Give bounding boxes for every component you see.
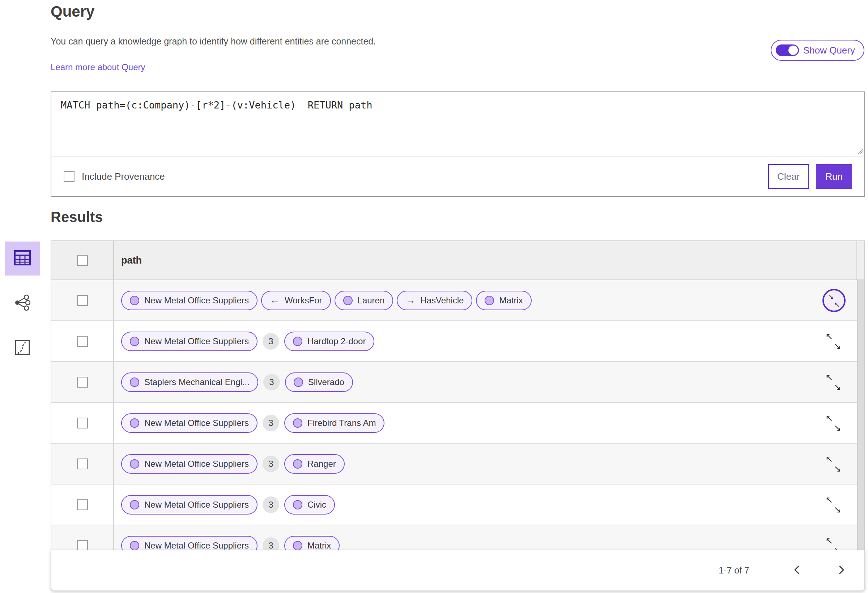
row-checkbox[interactable] [77,336,88,347]
include-provenance-checkbox[interactable] [63,171,74,182]
relationship-pill[interactable]: →HasVehicle [397,291,472,310]
row-checkbox-cell [52,321,114,361]
row-checkbox[interactable] [77,417,88,428]
expand-arrows-icon: ↖ [825,331,833,342]
collapse-row-button[interactable]: ↘↖ [822,289,846,312]
entity-node-icon [130,296,139,305]
expand-row-button[interactable]: ↖↘ [825,537,842,550]
scroll-gutter-header [856,241,864,279]
results-view-rail [5,242,40,365]
row-checkbox-cell [52,403,114,443]
path-cell: New Metal Office Suppliers3Ranger [114,454,864,474]
path-cell: New Metal Office Suppliers3Civic [114,495,864,515]
collapsed-hops-count-badge[interactable]: 3 [263,374,280,391]
entity-label: Hardtop 2-door [307,336,366,347]
entity-label: New Metal Office Suppliers [144,500,249,510]
toggle-on-icon[interactable] [776,44,799,56]
map-view-button[interactable] [5,331,40,365]
table-row: Staplers Mechanical Engi...3Silverado↖↘ [52,362,864,403]
entity-pill[interactable]: New Metal Office Suppliers [121,291,257,310]
next-page-button[interactable] [833,563,849,578]
relationship-pill[interactable]: ←WorksFor [261,291,331,310]
path-cell: New Metal Office Suppliers3Hardtop 2-doo… [114,332,864,351]
expand-arrows-icon: ↘ [834,545,841,550]
entity-label: New Metal Office Suppliers [144,295,249,305]
table-row: New Metal Office Suppliers3Matrix↖↘ [52,525,864,550]
query-input[interactable]: MATCH path=(c:Company)-[r*2]-(v:Vehicle)… [52,92,864,156]
entity-pill[interactable]: Silverado [285,372,353,392]
run-button[interactable]: Run [816,164,852,189]
link-chart-view-icon [14,294,31,313]
entity-pill[interactable]: New Metal Office Suppliers [121,454,257,474]
collapsed-hops-count-badge[interactable]: 3 [263,333,279,350]
show-query-toggle[interactable]: Show Query [771,40,864,61]
entity-label: New Metal Office Suppliers [144,336,249,347]
entity-label: New Metal Office Suppliers [144,459,249,469]
entity-pill[interactable]: Matrix [284,536,340,550]
collapsed-hops-count-badge[interactable]: 3 [263,496,279,513]
entity-pill[interactable]: Matrix [476,291,531,310]
entity-pill[interactable]: Firebird Trans Am [284,413,384,433]
clear-button[interactable]: Clear [768,164,809,189]
entity-pill[interactable]: Ranger [284,454,345,474]
table-row: New Metal Office Suppliers3Hardtop 2-doo… [52,321,864,362]
row-checkbox-cell [52,280,114,320]
select-all-checkbox[interactable] [77,255,88,266]
entity-node-icon [293,541,303,550]
expand-row-button[interactable]: ↖↘ [825,455,842,473]
expand-arrows-icon: ↘ [834,423,841,433]
entity-pill[interactable]: New Metal Office Suppliers [121,536,257,550]
expand-arrows-icon: ↖ [825,495,833,505]
expand-row-button[interactable]: ↖↘ [825,333,842,350]
query-panel: MATCH path=(c:Company)-[r*2]-(v:Vehicle)… [51,91,865,197]
entity-pill[interactable]: Civic [284,495,335,515]
expand-arrows-icon: ↖ [825,372,833,382]
row-checkbox[interactable] [77,499,88,510]
entity-label: Ranger [307,459,336,469]
entity-node-icon [130,541,139,550]
expand-row-button[interactable]: ↖↘ [825,496,842,513]
entity-label: Matrix [307,541,331,550]
collapsed-hops-count-badge[interactable]: 3 [263,537,279,550]
map-view-icon [15,339,30,357]
entity-label: New Metal Office Suppliers [144,418,249,428]
expand-row-button[interactable]: ↖↘ [825,415,842,432]
table-row: New Metal Office Suppliers3Ranger↖↘ [52,444,864,485]
entity-node-icon [293,459,303,469]
row-checkbox-cell [52,485,114,525]
table-row: New Metal Office Suppliers←WorksForLaure… [52,280,864,321]
path-cell: Staplers Mechanical Engi...3Silverado [114,372,864,392]
entity-node-icon [130,459,139,469]
entity-pill[interactable]: Staplers Mechanical Engi... [121,372,258,392]
entity-node-icon [343,296,353,305]
entity-pill[interactable]: New Metal Office Suppliers [121,332,257,351]
collapsed-hops-count-badge[interactable]: 3 [263,456,279,472]
page-description: You can query a knowledge graph to ident… [51,36,376,47]
results-title: Results [51,209,103,225]
entity-node-icon [130,418,139,428]
row-checkbox[interactable] [77,295,88,306]
entity-pill[interactable]: New Metal Office Suppliers [121,495,257,515]
link-chart-view-button[interactable] [5,286,40,320]
pagination-bar: 1-7 of 7 [51,550,865,591]
entity-pill[interactable]: Lauren [335,291,394,310]
expand-arrows-icon: ↖ [825,535,833,546]
collapsed-hops-count-badge[interactable]: 3 [263,415,279,431]
entity-pill[interactable]: New Metal Office Suppliers [121,413,257,433]
entity-pill[interactable]: Hardtop 2-door [284,332,374,351]
row-checkbox[interactable] [77,459,88,469]
table-view-button[interactable] [5,242,40,276]
show-query-label: Show Query [803,45,855,56]
collapse-arrows-icon: ↘ [828,292,834,301]
row-checkbox[interactable] [77,377,88,388]
expand-row-button[interactable]: ↖↘ [825,373,842,391]
row-checkbox[interactable] [77,540,88,550]
expand-arrows-icon: ↘ [834,504,841,515]
table-row: New Metal Office Suppliers3Firebird Tran… [52,403,864,444]
expand-arrows-icon: ↖ [825,454,833,464]
table-view-icon [14,250,31,267]
previous-page-button[interactable] [789,563,805,578]
vertical-scrollbar[interactable] [857,280,864,550]
learn-more-link[interactable]: Learn more about Query [51,62,145,72]
row-checkbox-cell [52,525,114,550]
